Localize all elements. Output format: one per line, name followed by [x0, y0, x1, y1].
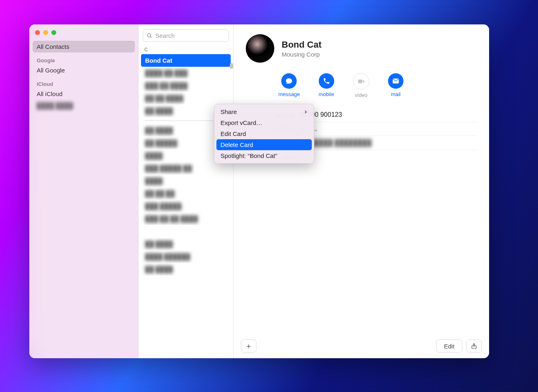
contact-org: Mousing Corp [282, 51, 322, 58]
sidebar-group-header-google: Google [33, 53, 135, 64]
message-icon [281, 73, 297, 89]
contact-list-column: C Bond Cat ████ ██ ███ ███ ██ ████ ██ ██… [139, 24, 234, 358]
message-button[interactable]: message [278, 73, 300, 98]
svg-point-0 [148, 33, 151, 37]
window-controls [33, 28, 135, 41]
context-menu-item-spotlight[interactable]: Spotlight: “Bond Cat” [216, 150, 312, 161]
minimize-window-button[interactable] [43, 30, 48, 35]
video-button[interactable]: video [353, 73, 369, 98]
svg-line-1 [150, 36, 152, 37]
detail-header: Bond Cat Mousing Corp [234, 24, 489, 66]
detail-footer: ＋ Edit [234, 335, 489, 358]
share-button[interactable] [466, 339, 482, 353]
contact-name: Bond Cat [282, 39, 322, 50]
contact-row[interactable]: ██ ████ [141, 238, 231, 250]
context-menu: Share Export vCard… Edit Card Delete Car… [214, 104, 314, 164]
search-icon [147, 33, 152, 39]
contact-row[interactable]: ███ █████ [141, 200, 231, 212]
sidebar-item-all-google[interactable]: All Google [33, 64, 135, 76]
contact-row[interactable]: ████ ██ ███ [141, 67, 231, 79]
share-icon [471, 342, 477, 350]
contact-row[interactable]: ████ [141, 175, 231, 187]
scroll-indicator[interactable] [230, 63, 233, 69]
action-buttons: message mobile video mail [234, 66, 489, 108]
search-field [143, 29, 229, 42]
contact-row[interactable]: ███ ██ ██ ████ [141, 212, 231, 225]
contact-row[interactable]: ██ ████ [141, 263, 231, 276]
contact-detail: Bond Cat Mousing Corp message mobile [234, 24, 489, 358]
zoom-window-button[interactable] [51, 30, 56, 35]
contact-row[interactable]: ███ █████ ██ [141, 162, 231, 175]
contact-row[interactable] [141, 225, 231, 238]
contacts-window: All Contacts Google All Google iCloud Al… [29, 24, 489, 358]
mail-icon [388, 73, 404, 89]
add-button[interactable]: ＋ [241, 339, 256, 353]
plus-icon: ＋ [245, 341, 252, 351]
phone-icon [319, 73, 334, 89]
sidebar-item-all-contacts[interactable]: All Contacts [33, 41, 135, 53]
context-menu-item-export[interactable]: Export vCard… [216, 117, 312, 128]
avatar[interactable] [246, 34, 274, 63]
video-icon [353, 73, 369, 90]
search-input[interactable] [143, 29, 229, 42]
contact-row[interactable]: ████ ██████ [141, 250, 231, 263]
context-menu-item-edit[interactable]: Edit Card [216, 128, 312, 139]
video-label: video [355, 92, 368, 98]
mail-button[interactable]: mail [388, 73, 404, 98]
mobile-label: mobile [319, 91, 334, 97]
mobile-button[interactable]: mobile [319, 73, 334, 98]
mail-label: mail [391, 91, 401, 97]
contact-row[interactable]: ██ ██ ██ [141, 187, 231, 200]
sidebar-group-header-icloud: iCloud [33, 76, 135, 88]
chevron-right-icon [304, 109, 308, 114]
context-menu-item-share[interactable]: Share [216, 106, 312, 117]
sidebar-item-all-icloud[interactable]: All iCloud [33, 88, 135, 100]
message-label: message [278, 91, 300, 97]
contact-row[interactable]: ██ ██ ████ [141, 92, 231, 105]
edit-button[interactable]: Edit [436, 339, 462, 353]
close-window-button[interactable] [35, 30, 40, 35]
sidebar-item-blurred[interactable]: ████ ████ [33, 100, 135, 112]
contact-list[interactable]: Bond Cat ████ ██ ███ ███ ██ ████ ██ ██ █… [139, 54, 233, 358]
contact-row[interactable]: ███ ██ ████ [141, 79, 231, 92]
context-menu-item-delete[interactable]: Delete Card [216, 139, 312, 150]
sidebar: All Contacts Google All Google iCloud Al… [29, 24, 139, 358]
section-index-letter: C [139, 45, 233, 54]
contact-row-selected[interactable]: Bond Cat [141, 54, 231, 67]
